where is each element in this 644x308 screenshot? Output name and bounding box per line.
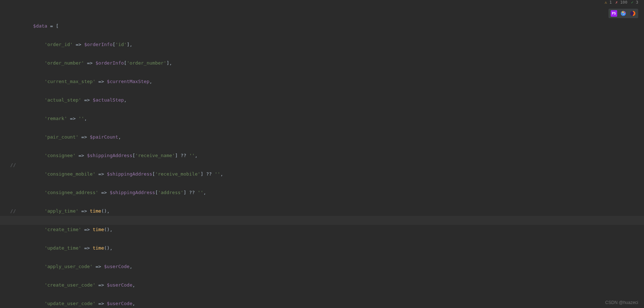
code-line: 'create_user_code' => $userCode, xyxy=(22,280,644,290)
code-line: 'consignee_mobile' => $shippingAddress['… xyxy=(22,169,644,179)
code-line: 'update_time' => time(), xyxy=(22,243,644,253)
code-line: 'order_id' => $orderInfo['id'], xyxy=(22,40,644,49)
code-line: 'consignee_address' => $shippingAddress[… xyxy=(22,188,644,197)
gutter: // // xyxy=(1,3,16,216)
code-line: 'pair_count' => $pairCount, xyxy=(22,132,644,142)
code-line: 'apply_user_code' => $userCode, xyxy=(22,262,644,271)
gutter-comment: // xyxy=(1,160,16,170)
code-line: 'consignee' => $shippingAddress['receive… xyxy=(22,151,644,160)
code-line: $data = [ xyxy=(22,21,644,31)
watermark: CSDN @huazeci xyxy=(605,300,638,305)
code-line: 'current_max_step' => $currentMaxStep, xyxy=(22,77,644,86)
code-line: 'actual_step' => $actualStep, xyxy=(22,95,644,105)
code-line: 'create_time' => time(), xyxy=(22,225,644,234)
code-line: 'remark' => '', xyxy=(22,114,644,123)
code-editor[interactable]: $data = [ 'order_id' => $orderInfo['id']… xyxy=(0,0,644,308)
code-line: 'update_user_code' => $userCode, xyxy=(22,299,644,308)
code-line: 'apply_time' => time(), xyxy=(22,206,644,216)
gutter-comment: // xyxy=(1,206,16,216)
code-line: 'order_number' => $orderInfo['order_numb… xyxy=(22,58,644,68)
